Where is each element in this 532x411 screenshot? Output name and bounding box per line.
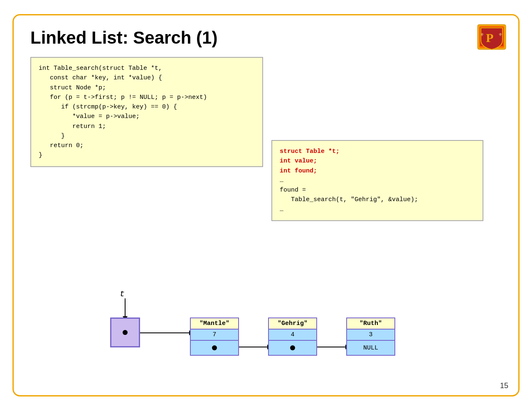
code-line-7: return 1; bbox=[39, 123, 106, 130]
code-box-right: struct Table *t; int value; int found; …… bbox=[271, 140, 483, 221]
node-mantle-key: "Mantle" bbox=[191, 318, 238, 330]
code-line-2: const char *key, int *value) { bbox=[39, 74, 162, 81]
code-right-line-4: … bbox=[280, 177, 283, 184]
code-line-9: return 0; bbox=[39, 142, 84, 149]
arrow-ptr-to-mantle bbox=[140, 332, 190, 333]
code-right-line-3: int found; bbox=[280, 167, 317, 175]
arrow-gehrig-to-ruth bbox=[317, 347, 346, 347]
code-line-3: struct Node *p; bbox=[39, 84, 106, 91]
arrow-mantle-to-gehrig bbox=[239, 347, 268, 347]
node-mantle-value: 7 bbox=[191, 330, 238, 341]
node-ruth: "Ruth" 3 NULL bbox=[346, 317, 395, 356]
code-line-8: } bbox=[39, 133, 65, 140]
code-right-line-5: found = bbox=[280, 187, 306, 194]
node-gehrig-ptr bbox=[269, 341, 316, 355]
slide-title: Linked List: Search (1) bbox=[30, 28, 502, 48]
node-gehrig-value: 4 bbox=[269, 330, 316, 341]
node-gehrig: "Gehrig" 4 bbox=[268, 317, 317, 356]
code-right-line-6: Table_search(t, "Gehrig", &value); bbox=[280, 196, 418, 203]
t-label: t bbox=[120, 289, 125, 299]
table-pointer-box bbox=[110, 317, 140, 347]
slide: P ⚜ ⚜ Linked List: Search (1) int Table_… bbox=[12, 14, 520, 396]
svg-text:⚜: ⚜ bbox=[498, 32, 502, 37]
mantle-pointer-dot bbox=[212, 345, 217, 350]
svg-text:P: P bbox=[486, 31, 493, 44]
node-ruth-ptr: NULL bbox=[347, 341, 394, 355]
pointer-dot bbox=[123, 330, 128, 335]
svg-text:⚜: ⚜ bbox=[480, 32, 484, 37]
code-line-4: for (p = t->first; p != NULL; p = p->nex… bbox=[39, 94, 207, 101]
node-mantle-ptr bbox=[191, 341, 238, 355]
slide-number: 15 bbox=[500, 381, 508, 390]
code-area: int Table_search(struct Table *t, const … bbox=[30, 57, 502, 167]
code-line-1: int Table_search(struct Table *t, bbox=[39, 65, 162, 72]
t-arrow-down bbox=[125, 298, 126, 317]
linked-list-diagram: t "Mantle" 7 "Gehrig" 4 bbox=[39, 285, 496, 372]
node-ruth-value: 3 bbox=[347, 330, 394, 341]
diagram-inner: t "Mantle" 7 "Gehrig" 4 bbox=[39, 285, 496, 372]
code-line-6: *value = p->value; bbox=[39, 113, 140, 120]
node-ruth-key: "Ruth" bbox=[347, 318, 394, 330]
code-line-5: if (strcmp(p->key, key) == 0) { bbox=[39, 103, 177, 111]
princeton-logo: P ⚜ ⚜ bbox=[477, 24, 507, 54]
code-line-10: } bbox=[39, 152, 42, 159]
gehrig-pointer-dot bbox=[290, 345, 295, 350]
node-mantle: "Mantle" 7 bbox=[190, 317, 239, 356]
code-right-line-7: … bbox=[280, 206, 283, 213]
node-gehrig-key: "Gehrig" bbox=[269, 318, 316, 330]
code-right-line-1: struct Table *t; bbox=[280, 148, 340, 155]
code-right-line-2: int value; bbox=[280, 158, 317, 165]
code-box-left: int Table_search(struct Table *t, const … bbox=[30, 57, 263, 167]
